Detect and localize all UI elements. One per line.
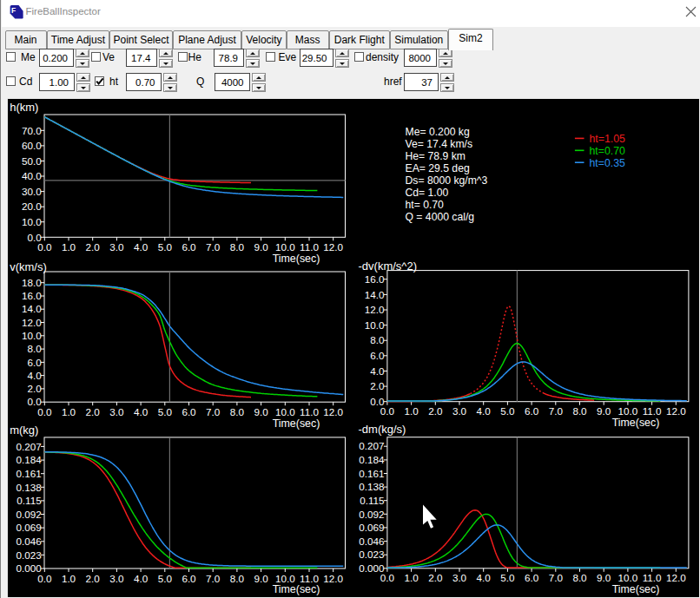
svg-text:60.0: 60.0 xyxy=(22,140,42,151)
svg-text:2.0: 2.0 xyxy=(86,573,101,584)
svg-text:m(kg): m(kg) xyxy=(10,424,38,437)
svg-text:2.0: 2.0 xyxy=(428,405,443,417)
svg-text:Q = 4000 cal/g: Q = 4000 cal/g xyxy=(406,211,475,223)
svg-text:0.0: 0.0 xyxy=(27,396,42,407)
svg-text:0.000: 0.000 xyxy=(359,562,385,574)
svg-text:6.0: 6.0 xyxy=(27,357,42,368)
svg-text:8.0: 8.0 xyxy=(230,573,245,584)
svg-text:F: F xyxy=(11,6,16,15)
svg-text:Time(sec): Time(sec) xyxy=(612,583,660,595)
svg-text:0.184: 0.184 xyxy=(16,454,42,465)
svg-text:6.0: 6.0 xyxy=(525,405,539,417)
svg-text:0.0: 0.0 xyxy=(37,406,52,417)
svg-text:2.0: 2.0 xyxy=(27,383,42,394)
svg-text:0.0: 0.0 xyxy=(380,572,395,583)
svg-text:0.023: 0.023 xyxy=(16,549,41,561)
svg-text:10.0: 10.0 xyxy=(618,405,638,417)
svg-text:1.0: 1.0 xyxy=(62,241,76,253)
svg-text:10.0: 10.0 xyxy=(618,572,638,583)
svg-text:8.0: 8.0 xyxy=(230,406,245,417)
svg-text:-dv(km/s^2): -dv(km/s^2) xyxy=(359,260,418,273)
svg-text:14.0: 14.0 xyxy=(22,303,42,314)
svg-text:8.0: 8.0 xyxy=(572,572,587,583)
svg-text:9.0: 9.0 xyxy=(597,572,611,583)
svg-text:11.0: 11.0 xyxy=(300,573,319,584)
svg-text:12.0: 12.0 xyxy=(666,572,686,583)
svg-text:0.161: 0.161 xyxy=(16,468,41,479)
svg-text:10.0: 10.0 xyxy=(275,573,295,584)
svg-text:7.0: 7.0 xyxy=(206,241,221,253)
svg-text:ht=1.05: ht=1.05 xyxy=(590,133,626,145)
svg-text:0.138: 0.138 xyxy=(359,481,384,492)
svg-text:8.0: 8.0 xyxy=(230,241,245,253)
svg-text:10.0: 10.0 xyxy=(275,241,295,253)
svg-text:1.0: 1.0 xyxy=(404,405,419,417)
svg-text:Cd= 1.00: Cd= 1.00 xyxy=(406,187,449,199)
svg-text:11.0: 11.0 xyxy=(643,572,662,583)
svg-text:12.0: 12.0 xyxy=(22,317,42,328)
svg-text:-dm(kg/s): -dm(kg/s) xyxy=(359,423,406,436)
svg-text:2.0: 2.0 xyxy=(86,406,101,417)
svg-text:3.0: 3.0 xyxy=(452,405,467,417)
svg-text:7.0: 7.0 xyxy=(206,573,221,584)
svg-text:0.0: 0.0 xyxy=(37,573,52,584)
svg-text:Ds= 8000 kg/m^3: Ds= 8000 kg/m^3 xyxy=(406,174,488,187)
svg-text:10.0: 10.0 xyxy=(22,216,42,227)
svg-text:10.0: 10.0 xyxy=(365,319,385,331)
svg-text:30.0: 30.0 xyxy=(22,186,42,197)
svg-text:5.0: 5.0 xyxy=(158,406,173,417)
svg-text:16.0: 16.0 xyxy=(365,273,385,285)
svg-text:Time(sec): Time(sec) xyxy=(273,583,320,595)
svg-text:8.0: 8.0 xyxy=(572,405,587,417)
svg-text:9.0: 9.0 xyxy=(254,241,268,253)
svg-text:18.0: 18.0 xyxy=(22,277,42,288)
svg-text:3.0: 3.0 xyxy=(109,573,124,584)
svg-text:12.0: 12.0 xyxy=(365,304,385,315)
svg-text:3.0: 3.0 xyxy=(109,406,124,417)
svg-text:9.0: 9.0 xyxy=(254,573,268,584)
svg-text:4.0: 4.0 xyxy=(477,405,492,417)
svg-text:0.115: 0.115 xyxy=(360,495,385,506)
svg-text:14.0: 14.0 xyxy=(365,289,385,300)
svg-text:0.0: 0.0 xyxy=(380,405,395,417)
svg-text:0.000: 0.000 xyxy=(16,562,42,574)
svg-text:3.0: 3.0 xyxy=(109,241,124,253)
svg-text:0.023: 0.023 xyxy=(359,549,384,560)
svg-text:12.0: 12.0 xyxy=(323,573,343,584)
svg-text:1.0: 1.0 xyxy=(62,573,76,584)
svg-text:Time(sec): Time(sec) xyxy=(273,253,320,265)
svg-text:0.069: 0.069 xyxy=(359,522,384,533)
svg-text:v(km/s): v(km/s) xyxy=(10,260,47,273)
svg-text:4.0: 4.0 xyxy=(27,370,42,381)
svg-text:5.0: 5.0 xyxy=(500,405,515,417)
svg-text:0.184: 0.184 xyxy=(359,454,385,465)
svg-text:ht=0.70: ht=0.70 xyxy=(590,145,626,157)
svg-text:Time(sec): Time(sec) xyxy=(612,417,660,429)
svg-text:0.0: 0.0 xyxy=(37,241,52,253)
svg-text:0.046: 0.046 xyxy=(359,536,384,547)
svg-text:Time(sec): Time(sec) xyxy=(273,417,320,430)
svg-text:11.0: 11.0 xyxy=(300,241,319,253)
svg-text:7.0: 7.0 xyxy=(549,405,564,417)
svg-text:12.0: 12.0 xyxy=(666,405,686,417)
svg-text:EA= 29.5 deg: EA= 29.5 deg xyxy=(406,162,470,174)
svg-text:12.0: 12.0 xyxy=(323,406,343,417)
svg-text:2.0: 2.0 xyxy=(428,572,443,583)
svg-text:6.0: 6.0 xyxy=(182,573,196,584)
svg-text:0.207: 0.207 xyxy=(359,440,384,451)
svg-text:Ve= 17.4 km/s: Ve= 17.4 km/s xyxy=(406,138,473,150)
svg-text:6.0: 6.0 xyxy=(182,241,196,253)
svg-text:12.0: 12.0 xyxy=(323,241,343,253)
svg-text:70.0: 70.0 xyxy=(22,125,42,136)
svg-text:0.0: 0.0 xyxy=(27,232,42,243)
svg-text:0.138: 0.138 xyxy=(16,482,41,493)
svg-text:ht=0.35: ht=0.35 xyxy=(590,157,626,169)
svg-text:4.0: 4.0 xyxy=(134,406,149,417)
svg-text:0.092: 0.092 xyxy=(16,509,41,520)
svg-text:2.0: 2.0 xyxy=(86,241,101,253)
svg-text:5.0: 5.0 xyxy=(158,573,173,584)
svg-text:0.161: 0.161 xyxy=(359,468,384,479)
svg-text:4.0: 4.0 xyxy=(370,365,385,377)
svg-text:0.046: 0.046 xyxy=(16,536,41,547)
svg-text:h(km): h(km) xyxy=(10,101,38,114)
